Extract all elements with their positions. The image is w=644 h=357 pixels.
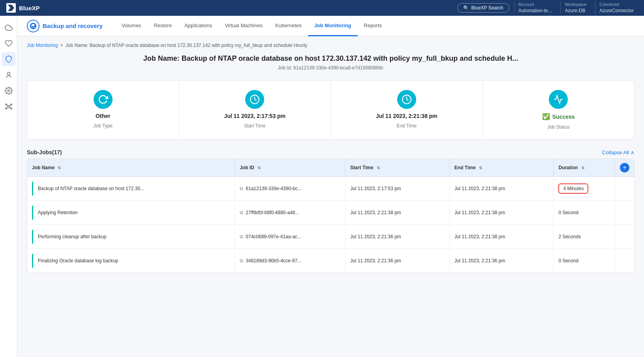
sidebar-item-settings[interactable]: [2, 84, 16, 98]
app-brand[interactable]: Backup and recovery: [27, 20, 103, 32]
tab-volumes[interactable]: Volumes: [115, 16, 148, 36]
copy-id-icon[interactable]: ⧉: [240, 210, 243, 215]
cell-job-name: Applying Retention: [27, 201, 235, 225]
tab-virtual-machines[interactable]: Virtual Machines: [218, 16, 269, 36]
table-row: Finalizing Oracle database log backup ⧉ …: [27, 249, 634, 273]
info-card-end-time: Jul 11 2023, 2:21:38 pm End Time: [331, 80, 483, 139]
cell-end-time: Jul 11 2023, 2:21:38 pm: [450, 225, 554, 249]
job-name-text: Performing cleanup after backup: [38, 234, 106, 239]
svg-point-6: [11, 108, 12, 109]
backup-icon: [27, 20, 39, 32]
account-selector[interactable]: Account Automation-te...: [514, 2, 556, 14]
sidebar-item-users[interactable]: [2, 68, 16, 82]
status-check-icon: ✅: [542, 113, 550, 120]
search-button[interactable]: 🔍 BlueXP Search: [457, 3, 509, 13]
table-row: Performing cleanup after backup ⧉ 074c06…: [27, 225, 634, 249]
subjobs-title: Sub-Jobs(17): [27, 149, 62, 155]
cell-start-time: Jul 11 2023, 2:21:38 pm: [345, 201, 449, 225]
main-content: Backup and recovery Volumes Restore Appl…: [17, 16, 644, 357]
add-column-button[interactable]: +: [620, 163, 629, 172]
start-time-value: Jul 11 2023, 2:17:53 pm: [224, 113, 285, 119]
info-cards-container: Other Job Type Jul 11 2023, 2:17:53 pm S…: [27, 80, 635, 140]
sidebar-item-shield[interactable]: [2, 52, 16, 66]
svg-point-5: [5, 108, 6, 109]
sort-job-id-icon[interactable]: ⇅: [257, 166, 261, 170]
svg-point-1: [8, 90, 9, 92]
netapp-logo-icon: [6, 3, 16, 13]
cell-job-id: ⧉ 27ff9d5f-68f0-4880-a48...: [235, 201, 345, 225]
secondary-navigation: Backup and recovery Volumes Restore Appl…: [17, 16, 644, 36]
sidebar-item-heart[interactable]: [2, 36, 16, 50]
sort-start-time-icon[interactable]: ⇅: [377, 166, 380, 170]
job-status-container: ✅ Success: [542, 113, 575, 120]
col-header-job-name[interactable]: Job Name ⇅: [27, 159, 235, 177]
job-type-label: Job Type: [94, 123, 113, 129]
tab-reports[interactable]: Reports: [358, 16, 389, 36]
cell-duration: 0 Second: [554, 249, 615, 273]
table-header-row: Job Name ⇅ Job ID ⇅: [27, 159, 634, 177]
job-id-text: 61a12139-330e-4390-bc...: [246, 186, 301, 191]
job-id-text: 074c0689-097e-41aa-ac...: [246, 234, 301, 239]
job-type-value: Other: [96, 113, 110, 119]
start-time-icon: [245, 90, 264, 109]
tab-applications[interactable]: Applications: [178, 16, 218, 36]
copy-id-icon[interactable]: ⧉: [240, 258, 243, 264]
info-card-start-time: Jul 11 2023, 2:17:53 pm Start Time: [179, 80, 331, 139]
col-header-duration[interactable]: Duration ⇅: [554, 159, 615, 177]
table-row: Applying Retention ⧉ 27ff9d5f-68f0-4880-…: [27, 201, 634, 225]
collapse-all-button[interactable]: Collapse All ∧: [602, 150, 635, 155]
job-status-value: Success: [552, 114, 575, 120]
end-time-label: End Time: [396, 123, 417, 129]
job-id: Job Id: 61a12139-330e-4390-bca8-e7d15680…: [27, 65, 635, 71]
chevron-up-icon: ∧: [631, 150, 635, 155]
svg-line-8: [9, 105, 10, 106]
connector-value: AzureConnector: [599, 7, 634, 14]
breadcrumb-current: Job Name: Backup of NTAP oracle database…: [66, 43, 308, 48]
account-value: Automation-te...: [518, 7, 552, 14]
svg-line-9: [7, 107, 8, 108]
col-header-start-time[interactable]: Start Time ⇅: [345, 159, 449, 177]
cell-job-id: ⧉ 348189d3-90b5-4cce-97...: [235, 249, 345, 273]
connector-label: Connector: [599, 2, 634, 7]
connector-selector[interactable]: Connector AzureConnector: [595, 2, 638, 14]
tab-job-monitoring[interactable]: Job Monitoring: [308, 16, 358, 36]
svg-point-4: [11, 104, 12, 105]
top-navigation: BlueXP 🔍 BlueXP Search Account Automatio…: [0, 0, 644, 16]
sidebar-item-nodes[interactable]: [2, 99, 16, 114]
copy-id-icon[interactable]: ⧉: [240, 186, 243, 191]
teal-indicator: [32, 181, 33, 196]
info-card-job-status: ✅ Success Job Status: [483, 80, 635, 139]
job-id-text: 348189d3-90b5-4cce-97...: [246, 258, 301, 264]
app-brand-label: Backup and recovery: [43, 22, 103, 29]
brand-logo[interactable]: BlueXP: [6, 3, 40, 13]
cell-job-id: ⧉ 61a12139-330e-4390-bc...: [235, 177, 345, 201]
cell-job-name: Finalizing Oracle database log backup: [27, 249, 235, 273]
brand-name: BlueXP: [19, 5, 40, 11]
col-header-end-time[interactable]: End Time ⇅: [450, 159, 554, 177]
tab-restore[interactable]: Restore: [148, 16, 178, 36]
table-row: Backup of NTAP oracle database on host 1…: [27, 177, 634, 201]
cell-extra: [615, 225, 634, 249]
job-name-text: Backup of NTAP oracle database on host 1…: [38, 186, 144, 191]
start-time-label: Start Time: [244, 123, 266, 129]
copy-id-icon[interactable]: ⧉: [240, 234, 243, 239]
sort-end-time-icon[interactable]: ⇅: [479, 166, 482, 170]
duration-highlighted-value: 4 Minutes: [558, 183, 588, 194]
cell-extra: [615, 201, 634, 225]
workspace-selector[interactable]: Workspace Azure-DB: [560, 2, 590, 14]
cell-job-id: ⧉ 074c0689-097e-41aa-ac...: [235, 225, 345, 249]
svg-point-3: [5, 104, 6, 105]
tab-kubernetes[interactable]: Kubernetes: [269, 16, 308, 36]
search-icon: 🔍: [463, 5, 469, 11]
job-title: Job Name: Backup of NTAP oracle database…: [27, 54, 635, 63]
sort-duration-icon[interactable]: ⇅: [581, 166, 584, 170]
svg-line-7: [7, 105, 8, 106]
svg-line-10: [9, 107, 10, 108]
sidebar-item-cloud[interactable]: [2, 21, 16, 35]
sort-job-name-icon[interactable]: ⇅: [58, 166, 61, 170]
job-name-text: Applying Retention: [38, 210, 78, 215]
job-name-text: Finalizing Oracle database log backup: [38, 258, 118, 264]
col-header-job-id[interactable]: Job ID ⇅: [235, 159, 345, 177]
workspace-label: Workspace: [565, 2, 586, 7]
breadcrumb-parent-link[interactable]: Job Monitoring: [27, 43, 58, 48]
